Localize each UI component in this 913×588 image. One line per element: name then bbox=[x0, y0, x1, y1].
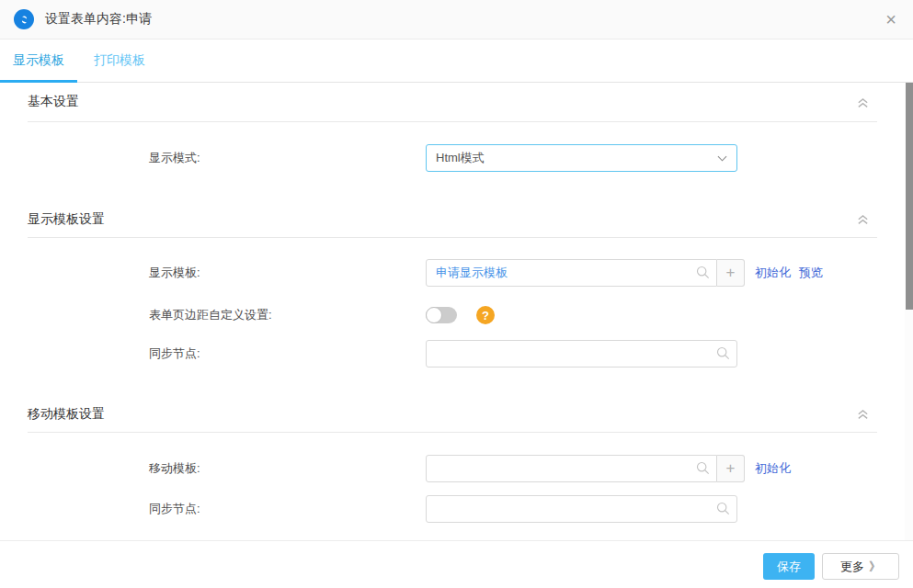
tab-label: 打印模板 bbox=[94, 52, 145, 69]
collapse-up-icon[interactable] bbox=[856, 212, 870, 226]
display-mode-row: 显示模式: Html模式 bbox=[28, 144, 877, 172]
display-mode-label: 显示模式: bbox=[149, 150, 426, 166]
sync-node-label: 同步节点: bbox=[149, 501, 426, 517]
collapse-up-icon[interactable] bbox=[856, 96, 870, 109]
page-margin-toggle[interactable] bbox=[426, 307, 457, 323]
mobile-template-row: 移动模板: + 初始化 bbox=[28, 455, 877, 482]
sync-node-input[interactable] bbox=[426, 340, 737, 368]
search-icon[interactable] bbox=[716, 346, 730, 360]
settings-dialog: 设置表单内容:申请 × 显示模板 打印模板 基本设置 显示模式: Html模式 bbox=[0, 0, 913, 588]
save-button[interactable]: 保存 bbox=[763, 553, 815, 580]
more-label: 更多 bbox=[840, 559, 864, 575]
dialog-title: 设置表单内容:申请 bbox=[45, 11, 152, 28]
chevron-down-icon bbox=[717, 155, 727, 162]
close-icon[interactable]: × bbox=[885, 10, 896, 28]
display-template-input[interactable] bbox=[426, 259, 717, 287]
page-margin-label: 表单页边距自定义设置: bbox=[149, 307, 426, 323]
section-title: 移动模板设置 bbox=[28, 406, 105, 423]
double-arrow-icon: 》 bbox=[869, 559, 881, 575]
dialog-header: 设置表单内容:申请 × bbox=[0, 0, 913, 40]
question-icon[interactable]: ? bbox=[476, 306, 495, 324]
sync-node-input[interactable] bbox=[426, 495, 737, 523]
preview-link[interactable]: 预览 bbox=[799, 265, 823, 281]
sync-node-row: 同步节点: bbox=[28, 340, 877, 368]
dialog-content: 基本设置 显示模式: Html模式 显示模板设置 显示模板: bbox=[0, 83, 905, 540]
display-mode-value: Html模式 bbox=[436, 150, 485, 166]
sync-node-row: 同步节点: bbox=[28, 495, 877, 523]
section-title: 显示模板设置 bbox=[28, 211, 105, 228]
search-icon[interactable] bbox=[716, 502, 730, 515]
tab-bar: 显示模板 打印模板 bbox=[0, 40, 913, 83]
dialog-footer: 保存 更多 》 bbox=[0, 540, 913, 588]
display-template-label: 显示模板: bbox=[149, 265, 426, 281]
plus-icon[interactable]: + bbox=[717, 455, 745, 482]
app-logo-icon bbox=[14, 9, 34, 29]
tab-print-template[interactable]: 打印模板 bbox=[81, 40, 158, 82]
mobile-template-picker: + bbox=[426, 455, 745, 482]
tab-label: 显示模板 bbox=[13, 52, 64, 69]
page-margin-row: 表单页边距自定义设置: ? bbox=[28, 305, 877, 325]
template-links: 初始化 bbox=[755, 460, 791, 477]
mobile-template-label: 移动模板: bbox=[149, 460, 426, 477]
init-link[interactable]: 初始化 bbox=[755, 460, 791, 477]
display-template-row: 显示模板: + 初始化 预览 bbox=[28, 259, 877, 287]
section-header-basic: 基本设置 bbox=[28, 83, 877, 122]
section-header-mobile: 移动模板设置 bbox=[28, 396, 877, 433]
display-mode-select[interactable]: Html模式 bbox=[426, 144, 737, 172]
search-icon[interactable] bbox=[696, 461, 710, 475]
tab-display-template[interactable]: 显示模板 bbox=[0, 40, 77, 82]
section-title: 基本设置 bbox=[28, 94, 79, 110]
display-template-picker: + bbox=[426, 259, 745, 287]
sync-node-label: 同步节点: bbox=[149, 345, 426, 362]
init-link[interactable]: 初始化 bbox=[755, 265, 791, 281]
scrollbar-thumb[interactable] bbox=[906, 83, 913, 310]
toggle-knob bbox=[426, 307, 442, 323]
scrollbar[interactable] bbox=[905, 83, 913, 540]
section-header-display: 显示模板设置 bbox=[28, 201, 877, 238]
plus-icon[interactable]: + bbox=[717, 259, 745, 287]
more-button[interactable]: 更多 》 bbox=[822, 553, 899, 580]
mobile-template-input[interactable] bbox=[426, 455, 717, 482]
collapse-up-icon[interactable] bbox=[856, 407, 870, 421]
search-icon[interactable] bbox=[696, 266, 710, 279]
template-links: 初始化 预览 bbox=[755, 265, 823, 281]
